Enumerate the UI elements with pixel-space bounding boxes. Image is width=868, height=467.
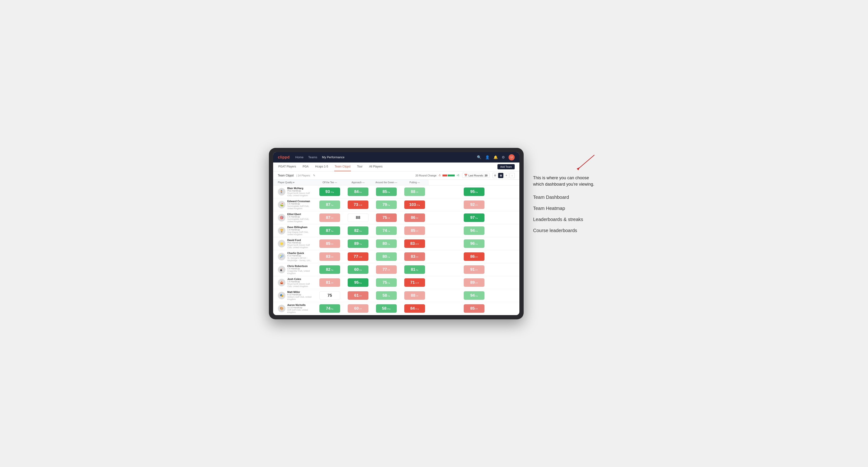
up-arrow xyxy=(476,191,478,193)
nav-link-home[interactable]: Home xyxy=(295,154,304,160)
list-view-button[interactable]: ≡ xyxy=(504,173,509,178)
sub-nav: PGAT Players PGA Hcaps 1-5 Team Clippd T… xyxy=(273,162,519,172)
score-box: 87 1 xyxy=(319,200,340,209)
down-arrow xyxy=(360,308,362,310)
score-value: 74 xyxy=(382,228,387,233)
nav-icons: 🔍 👤 🔔 ⚙ U xyxy=(477,154,515,160)
score-value: 93 xyxy=(326,189,330,194)
score-value: 60 xyxy=(354,267,359,272)
table-row[interactable]: 🏌 Blair McHarg Plus Handicap Royal North… xyxy=(273,185,519,198)
score-box: 87 4 xyxy=(319,226,340,235)
score-value: 82 xyxy=(326,267,331,272)
search-icon[interactable]: 🔍 xyxy=(477,155,482,159)
up-arrow xyxy=(418,204,420,206)
nav-link-myperformance[interactable]: My Performance xyxy=(322,154,344,160)
score-change: 21 xyxy=(415,308,419,310)
table-row[interactable]: 🎭 Matt Miller 6-10 Handicap Woburn Golf … xyxy=(273,289,519,302)
player-hcp: 1-5 Handicap xyxy=(287,203,314,205)
score-cell: 83 10 xyxy=(401,237,429,250)
add-team-button[interactable]: Add Team xyxy=(497,164,515,169)
player-hcp: Plus Handicap xyxy=(287,190,314,192)
table-row[interactable]: 🎳 Chris Robertson 1-5 Handicap Craigmill… xyxy=(273,263,519,276)
score-box: 74 8 xyxy=(319,304,340,313)
score-value: 97 xyxy=(470,215,475,220)
score-box: 82 3 xyxy=(319,266,340,274)
table-row[interactable]: 🎨 Aaron Nicholls 11-15 Handicap Drift Go… xyxy=(273,302,519,315)
score-change: 4 xyxy=(475,308,478,310)
heatmap-view-button[interactable]: ▦ xyxy=(498,173,503,178)
score-change: 4 xyxy=(359,230,362,232)
avatar[interactable]: U xyxy=(508,154,515,160)
score-value: 86 xyxy=(411,215,415,220)
player-info: Edward Crossman 1-5 Handicap Sunningdale… xyxy=(287,200,314,210)
up-arrow xyxy=(476,295,478,297)
edit-icon[interactable]: ✎ xyxy=(313,174,315,177)
grid-view-button[interactable]: ⊞ xyxy=(493,173,498,178)
score-box: 89 2 xyxy=(464,278,485,287)
score-box: 93 +9 xyxy=(319,187,340,196)
score-value: 61 xyxy=(354,293,359,298)
sub-nav-allplayers[interactable]: All Players xyxy=(369,162,383,171)
score-cell: 94 3 xyxy=(429,289,519,302)
table-row[interactable]: 🎾 Charlie Quick 6-10 Handicap St. George… xyxy=(273,250,519,263)
last-rounds-button[interactable]: 📅 Last Rounds: 20 xyxy=(462,173,490,178)
player-club: Drift Golf Club, United Kingdom xyxy=(287,309,314,313)
table-row[interactable]: ⛳ Edward Crossman 1-5 Handicap Sunningda… xyxy=(273,198,519,211)
player-cell: 🎭 Matt Miller 6-10 Handicap Woburn Golf … xyxy=(273,289,316,302)
score-change: 10 xyxy=(415,243,419,245)
bell-icon[interactable]: 🔔 xyxy=(493,155,498,159)
range-low: -5 xyxy=(438,174,441,177)
sub-nav-tour[interactable]: Tour xyxy=(356,162,363,171)
up-arrow xyxy=(389,308,391,310)
score-box: 89 7 xyxy=(348,239,368,248)
score-cell: 80 3 xyxy=(372,237,401,250)
score-cell: 74 1 xyxy=(372,224,401,237)
score-change: 1 xyxy=(416,191,418,193)
up-arrow xyxy=(389,282,390,284)
settings-icon[interactable]: ⚙ xyxy=(502,155,505,159)
score-cell: 96 3 xyxy=(429,237,519,250)
score-cell: 83 3 xyxy=(316,250,344,263)
player-name: Chris Robertson xyxy=(287,264,314,268)
score-change: 5 xyxy=(475,217,478,219)
download-button[interactable]: ↓ xyxy=(509,173,515,178)
up-arrow xyxy=(332,269,334,271)
sub-nav-pga[interactable]: PGA xyxy=(302,162,309,171)
score-change: 8 xyxy=(388,191,390,193)
table-row[interactable]: 🌟 David Ford Plus Handicap Royal North D… xyxy=(273,237,519,250)
score-value: 85 xyxy=(411,228,415,233)
score-change: 3 xyxy=(331,256,334,258)
score-cell: 83 6 xyxy=(401,250,429,263)
score-cell: 87 3 xyxy=(316,211,344,224)
table-row[interactable]: 🎪 Josh Coles 1-5 Handicap Royal North De… xyxy=(273,276,519,289)
sub-nav-pgat[interactable]: PGAT Players xyxy=(278,162,297,171)
score-cell: 79 9 xyxy=(372,198,401,211)
nav-link-teams[interactable]: Teams xyxy=(308,154,317,160)
table-row[interactable]: 🏆 Dave Billingham 1-5 Handicap Gog Magog… xyxy=(273,224,519,237)
sub-nav-teamclippd[interactable]: Team Clippd xyxy=(334,162,351,171)
score-cell: 88 2 xyxy=(401,289,429,302)
score-box: 86 8 xyxy=(464,252,485,261)
score-box: 96 3 xyxy=(464,239,485,248)
player-avatar: 🏌 xyxy=(278,188,285,195)
score-box: 88 1 xyxy=(404,187,425,196)
score-box: 87 3 xyxy=(319,214,340,222)
score-change: 3 xyxy=(331,243,334,245)
player-hcp: Plus Handicap xyxy=(287,242,314,244)
sub-nav-hcaps[interactable]: Hcaps 1-5 xyxy=(315,162,329,171)
player-hcp: 6-10 Handicap xyxy=(287,293,314,296)
score-cell: 89 7 xyxy=(344,237,372,250)
player-club: Gog Magog Golf Club, United Kingdom xyxy=(287,231,314,236)
score-cell: 92 3 xyxy=(429,198,519,211)
change-bar xyxy=(442,175,455,177)
score-value: 94 xyxy=(470,228,475,233)
player-avatar: 🏆 xyxy=(278,227,285,235)
profile-icon[interactable]: 👤 xyxy=(485,155,490,159)
table-row[interactable]: 🎯 Elliot Ebert 1-5 Handicap Sunningdale … xyxy=(273,211,519,224)
score-cell: 60 2 xyxy=(344,263,372,276)
score-value: 77 xyxy=(382,267,387,272)
player-hcp: 11-15 Handicap xyxy=(287,306,314,309)
score-value: 80 xyxy=(382,254,387,259)
score-box: 73 11 xyxy=(348,200,368,209)
score-cell: 73 11 xyxy=(344,198,372,211)
